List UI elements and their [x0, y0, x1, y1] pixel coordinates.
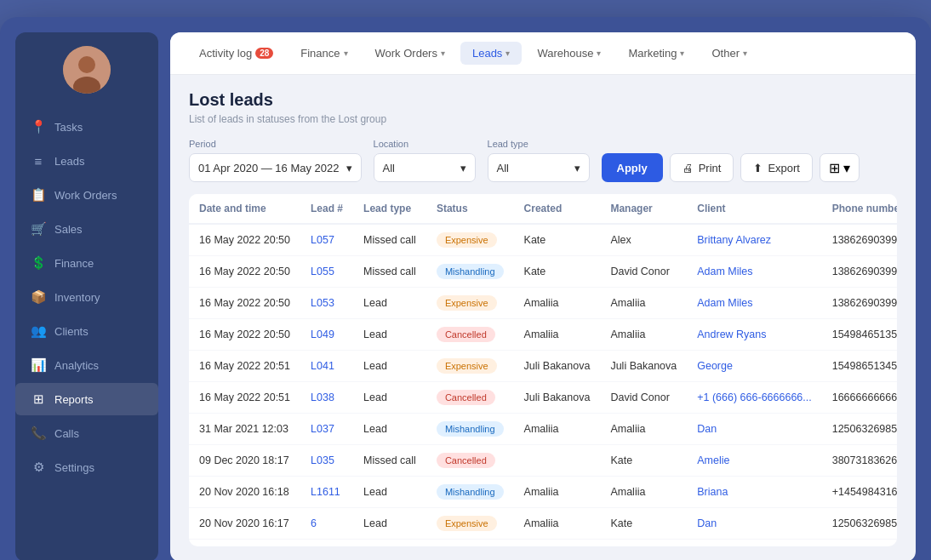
activity-badge: 28 — [255, 48, 273, 59]
cell-lead-num[interactable]: L055 — [300, 256, 353, 288]
cell-lead-type: Lead — [353, 508, 426, 540]
nav-label: Finance — [300, 47, 340, 60]
nav-marketing[interactable]: Marketing ▾ — [616, 42, 696, 65]
content-area: Lost leads List of leads in statuses fro… — [170, 75, 916, 560]
nav-leads[interactable]: Leads ▾ — [460, 42, 522, 65]
cell-client[interactable]: Brittany Alvarez — [687, 224, 821, 256]
cell-datetime: 16 May 2022 20:50 — [189, 224, 300, 256]
print-button[interactable]: 🖨 Print — [670, 153, 734, 182]
sidebar-item-leads[interactable]: ≡ Leads — [15, 145, 158, 177]
cell-datetime: 09 Dec 2020 18:17 — [189, 445, 300, 477]
period-filter-group: Period 01 Apr 2020 — 16 May 2022 ▾ — [189, 139, 362, 182]
table-row: 09 Dec 2020 18:17 L035 Missed call Cance… — [189, 445, 897, 477]
nav-label: Marketing — [628, 47, 677, 60]
cell-lead-num[interactable]: L041 — [300, 351, 353, 382]
cell-client[interactable]: Andrew Ryans — [687, 319, 821, 351]
location-select[interactable]: All ▾ — [374, 153, 476, 182]
sidebar-item-settings[interactable]: ⚙ Settings — [15, 451, 158, 483]
cell-client[interactable]: +1 (666) 666-6666666... — [687, 382, 821, 414]
cell-lead-num[interactable]: 6 — [300, 508, 353, 540]
cell-lead-num[interactable]: L049 — [300, 319, 353, 351]
cell-lead-num[interactable]: L038 — [300, 382, 353, 414]
cell-client[interactable]: Amelie — [687, 445, 821, 477]
avatar — [63, 46, 111, 94]
cell-client[interactable]: Dan — [687, 414, 821, 445]
view-toggle[interactable]: ⊞ ▾ — [820, 153, 860, 182]
nav-other[interactable]: Other ▾ — [700, 42, 759, 65]
cell-lead-type: Lead — [353, 540, 426, 547]
sidebar-item-reports[interactable]: ⊞ Reports — [15, 383, 158, 415]
cell-created: Kate — [514, 224, 601, 256]
cell-phone: 12506326985 — [822, 414, 897, 445]
cell-datetime: 16 May 2022 20:51 — [189, 351, 300, 382]
svg-point-1 — [78, 56, 95, 73]
cell-lead-num[interactable]: L057 — [300, 224, 353, 256]
cell-status: Expensive — [426, 540, 514, 547]
chevron-down-icon: ▾ — [344, 49, 348, 58]
cell-manager: Alex — [600, 224, 687, 256]
cell-client[interactable]: George — [687, 351, 821, 382]
sidebar-item-work-orders[interactable]: 📋 Work Orders — [15, 179, 158, 211]
filter-actions: Apply 🖨 Print ⬆ Export ⊞ ▾ — [602, 153, 860, 182]
chevron-down-icon: ▾ — [346, 162, 352, 174]
leadtype-select[interactable]: All ▾ — [488, 153, 590, 182]
sidebar-item-inventory[interactable]: 📦 Inventory — [15, 281, 158, 313]
sidebar-item-label: Sales — [54, 223, 83, 236]
col-lead-type: Lead type — [353, 194, 426, 224]
table-row: 16 May 2022 20:50 L057 Missed call Expen… — [189, 224, 897, 256]
cell-lead-type: Lead — [353, 351, 426, 382]
sidebar-item-analytics[interactable]: 📊 Analytics — [15, 349, 158, 381]
sidebar-item-label: Inventory — [54, 291, 100, 304]
cell-lead-num[interactable]: L1611 — [300, 477, 353, 508]
sidebar-item-calls[interactable]: 📞 Calls — [15, 417, 158, 449]
chevron-down-icon: ▾ — [597, 49, 601, 58]
col-phone: Phone number — [822, 194, 897, 224]
leadtype-value: All — [497, 162, 509, 174]
cell-created: Amaliia — [514, 508, 601, 540]
table-row: 20 Nov 2020 16:18 L1611 Lead Mishandling… — [189, 477, 897, 508]
nav-work-orders[interactable]: Work Orders ▾ — [363, 42, 457, 65]
cell-created: Juli Bakanova — [514, 351, 601, 382]
period-select[interactable]: 01 Apr 2020 — 16 May 2022 ▾ — [189, 153, 362, 182]
nav-warehouse[interactable]: Warehouse ▾ — [525, 42, 613, 65]
settings-icon: ⚙ — [31, 460, 46, 475]
cell-lead-num[interactable]: 3 — [300, 540, 353, 547]
cell-client[interactable]: Adam Miles — [687, 288, 821, 319]
cell-status: Cancelled — [426, 382, 514, 414]
cell-datetime: 16 May 2022 20:50 — [189, 256, 300, 288]
export-button[interactable]: ⬆ Export — [740, 153, 813, 182]
cell-phone: 15498465135448 — [822, 319, 897, 351]
cell-lead-num[interactable]: L035 — [300, 445, 353, 477]
sidebar-item-label: Tasks — [54, 121, 83, 134]
nav-label: Other — [711, 47, 740, 60]
cell-phone: 13862690399 — [822, 256, 897, 288]
cell-client[interactable]: Dan — [687, 508, 821, 540]
cell-lead-num[interactable]: L037 — [300, 414, 353, 445]
printer-icon: 🖨 — [683, 162, 694, 174]
table-row: 31 Mar 2021 12:03 L037 Lead Mishandling … — [189, 414, 897, 445]
sidebar-item-sales[interactable]: 🛒 Sales — [15, 213, 158, 245]
cell-lead-num[interactable]: L053 — [300, 288, 353, 319]
apply-button[interactable]: Apply — [602, 153, 663, 182]
period-value: 01 Apr 2020 — 16 May 2022 — [198, 162, 340, 174]
sidebar-item-label: Reports — [54, 393, 94, 406]
cell-manager: Kate — [600, 445, 687, 477]
nav-finance[interactable]: Finance ▾ — [288, 42, 359, 65]
cell-datetime: 27 Oct 2020 15:13 — [189, 540, 300, 547]
sidebar-item-tasks[interactable]: 📍 Tasks — [15, 111, 158, 143]
col-status: Status — [426, 194, 514, 224]
cell-manager: David Conor — [600, 540, 687, 547]
cell-client[interactable]: Briana — [687, 477, 821, 508]
cell-created: Amaliia — [514, 319, 601, 351]
sidebar-item-finance[interactable]: 💲 Finance — [15, 247, 158, 279]
sidebar-item-clients[interactable]: 👥 Clients — [15, 315, 158, 347]
cell-lead-type: Lead — [353, 288, 426, 319]
sidebar-item-label: Analytics — [54, 359, 99, 372]
sidebar-item-label: Work Orders — [54, 189, 117, 202]
cell-client[interactable]: Adam Miles — [687, 256, 821, 288]
sidebar-item-label: Clients — [54, 325, 89, 338]
nav-label: Leads — [472, 47, 502, 60]
cell-client[interactable]: Max — [687, 540, 821, 547]
analytics-icon: 📊 — [31, 357, 46, 373]
nav-activity-log[interactable]: Activity log 28 — [187, 42, 285, 65]
